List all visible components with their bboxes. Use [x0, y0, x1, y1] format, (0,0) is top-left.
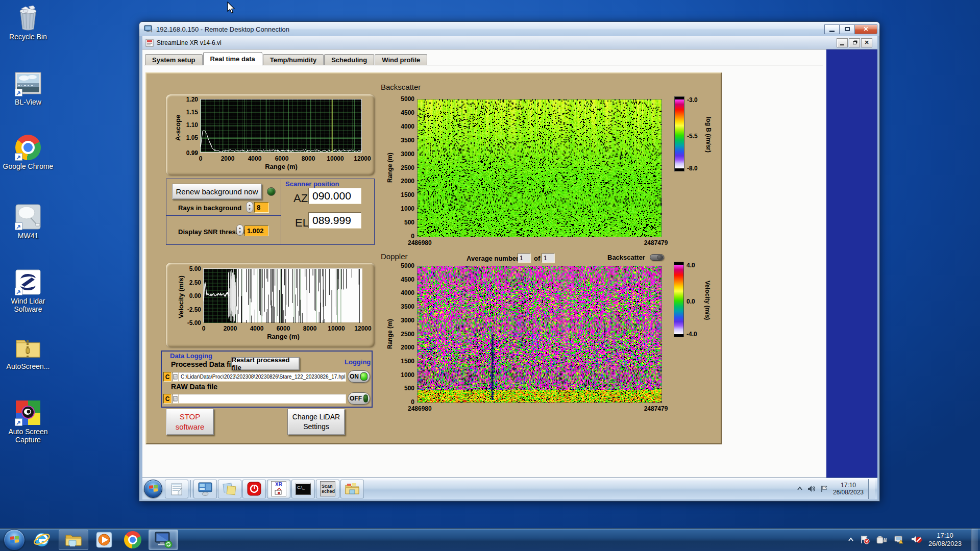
doppler-title: Doppler	[381, 252, 408, 261]
desktop-icon-label: Google Chrome	[3, 162, 54, 170]
velocity-trace	[204, 269, 363, 323]
action-center-flag-icon[interactable]	[820, 485, 828, 492]
taskbar-item-notepad[interactable]	[165, 480, 188, 498]
average-number-field[interactable]: 1	[518, 253, 531, 263]
host-clock-time: 17:10	[928, 532, 962, 540]
taskbar-item-streamline-xr[interactable]: XR	[267, 480, 290, 498]
rdp-title-bar[interactable]: 192.168.0.150 - Remote Desktop Connectio…	[139, 22, 879, 36]
action-center-flag-error-icon[interactable]	[860, 535, 870, 544]
snr-spinner[interactable]: ▲▼	[236, 224, 243, 236]
doppler-plot[interactable]: 5000450040003500300025002000150010005000…	[417, 266, 661, 402]
restart-processed-file-button[interactable]: Restart processed file	[231, 357, 300, 370]
axis-tick-label: 0	[189, 325, 218, 332]
axis-tick-label: 4000	[242, 325, 271, 332]
display-snr-threshold-field[interactable]: 1.002	[244, 226, 268, 236]
taskbar-item-folder[interactable]	[340, 480, 364, 498]
hidden-icons-arrow-icon[interactable]	[797, 486, 803, 491]
axis-tick-label: 8000	[296, 325, 324, 332]
volume-icon[interactable]	[807, 485, 816, 492]
background-led-indicator	[267, 187, 276, 196]
velocity-plot[interactable]: 5.002.500.00-2.50-5.00020004000600080001…	[203, 268, 362, 322]
streamline-title-bar[interactable]: StreamLine XR v14-6.vi ✕	[142, 36, 877, 49]
remote-show-desktop-button[interactable]	[868, 479, 875, 499]
host-start-button[interactable]	[4, 530, 25, 550]
host-taskbar: ! 17:10 26/08/2023	[0, 528, 980, 551]
desktop-icon-mw41[interactable]: MW41	[1, 203, 55, 240]
taskbar-item-sticky-notes[interactable]	[218, 480, 241, 498]
spinner-up-icon: ▲	[248, 204, 251, 207]
average-total-field[interactable]: 1	[542, 253, 555, 263]
doppler-colorbar-label: Velocity (m/s)	[704, 267, 711, 334]
axis-tick-label: 5000	[391, 95, 414, 103]
taskbar-item-google-chrome[interactable]	[120, 530, 145, 550]
taskbar-item-windows-explorer[interactable]	[59, 530, 88, 550]
tab-wind-profile[interactable]: Wind profile	[375, 54, 427, 65]
processed-browse-icon[interactable]	[172, 372, 179, 382]
close-button[interactable]: ✕	[861, 38, 872, 47]
shortcut-arrow-icon	[15, 222, 22, 230]
axis-tick-label: 5000	[391, 262, 414, 269]
raw-logging-toggle[interactable]: OFF	[348, 392, 370, 405]
desktop-icon-bl-view[interactable]: BL-View	[1, 69, 55, 106]
axis-tick-label: -4.0	[687, 331, 705, 338]
raw-browse-icon[interactable]	[172, 394, 179, 404]
taskbar-item-display-properties[interactable]	[193, 480, 217, 498]
minimize-button[interactable]	[824, 24, 840, 34]
renew-background-button[interactable]: Renew background now	[172, 184, 262, 199]
tab-real-time-data[interactable]: Real time data	[203, 52, 262, 65]
minimize-button[interactable]	[837, 38, 848, 47]
change-lidar-settings-button[interactable]: Change LiDAR Settings	[287, 409, 345, 435]
processed-data-file-path[interactable]: C:\Lidar\Data\Proc\2023\202308\20230826\…	[179, 372, 346, 382]
az-label: AZ	[293, 192, 308, 205]
ascope-trace	[201, 99, 362, 153]
az-field[interactable]: 090.000	[308, 188, 361, 204]
taskbar-item-windows-media-player[interactable]	[91, 530, 117, 550]
close-button[interactable]: ✕	[855, 24, 877, 34]
el-field[interactable]: 089.999	[308, 212, 361, 229]
backscatter-plot[interactable]: 5000450040003500300025002000150010005000…	[417, 99, 661, 236]
taskbar-item-scan-scheduler[interactable]: Scan sched	[316, 480, 339, 498]
desktop-icon-wind-lidar[interactable]: Wind Lidar Software	[1, 268, 55, 313]
taskbar-item-power[interactable]	[242, 480, 266, 498]
hidden-icons-arrow-icon[interactable]	[848, 537, 854, 542]
chrome-icon	[14, 134, 42, 161]
doppler-backscatter-toggle[interactable]	[650, 254, 664, 261]
desktop-icon-autoscreen-zip[interactable]: AutoScreen...	[1, 334, 55, 370]
taskbar-item-command-prompt[interactable]: C:\_	[291, 480, 315, 498]
rays-in-background-field[interactable]: 8	[254, 202, 269, 213]
tab-temp-humidity[interactable]: Temp/humidity	[263, 54, 324, 65]
maximize-button[interactable]	[840, 24, 855, 34]
processed-drive-selector[interactable]: C	[163, 372, 172, 382]
axis-tick-label: -2.50	[178, 306, 201, 313]
processed-logging-toggle[interactable]: ON	[348, 370, 370, 383]
desktop-icon-google-chrome[interactable]: Google Chrome	[1, 134, 55, 170]
network-warning-icon[interactable]: !	[894, 535, 905, 544]
remote-clock[interactable]: 17:10 26/08/2023	[833, 482, 864, 496]
ascope-plot[interactable]: 1.201.151.101.050.9902000400060008000100…	[200, 99, 362, 153]
host-clock[interactable]: 17:10 26/08/2023	[928, 532, 962, 548]
taskbar-item-remote-desktop[interactable]	[149, 530, 178, 550]
desktop-icon-recycle-bin[interactable]: Recycle Bin	[1, 4, 55, 41]
raw-data-file-path[interactable]	[179, 394, 346, 404]
tab-system-setup[interactable]: System setup	[145, 54, 203, 65]
taskbar-item-internet-explorer[interactable]	[28, 530, 56, 550]
axis-tick-label: 4000	[391, 123, 414, 130]
toggle-off-label: OFF	[350, 395, 362, 402]
battery-plug-icon[interactable]	[876, 535, 888, 544]
axis-tick-label: -5.5	[687, 133, 705, 140]
desktop-icon-auto-screen-capture[interactable]: Auto Screen Capture	[1, 399, 55, 444]
rays-spinner[interactable]: ▲▼	[246, 202, 253, 213]
raw-drive-selector[interactable]: C	[163, 394, 172, 404]
axis-tick-label: 1.20	[175, 96, 198, 103]
volume-muted-icon[interactable]	[911, 535, 922, 544]
remote-start-button[interactable]	[144, 480, 162, 498]
desktop-icon-label: BL-View	[15, 98, 41, 106]
ascope-graph-box: A-scope 1.201.151.101.050.99020004000600…	[166, 94, 375, 176]
rdp-window-title: 192.168.0.150 - Remote Desktop Connectio…	[156, 26, 289, 33]
host-show-desktop-button[interactable]	[971, 529, 978, 551]
tab-scheduling[interactable]: Scheduling	[324, 54, 374, 65]
axis-tick-label: 0	[186, 155, 215, 162]
restore-button[interactable]	[849, 38, 860, 47]
desktop: { "colors":{"desktop_blue":"#1552ae","re…	[0, 0, 980, 551]
stop-software-button[interactable]: STOP software	[166, 409, 214, 435]
